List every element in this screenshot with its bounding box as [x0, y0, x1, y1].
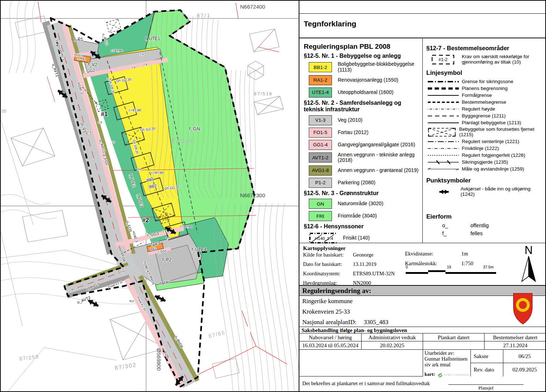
line-symbol-label: Måle og avstandslinje (1259)	[462, 167, 524, 172]
map-label: #2	[142, 217, 149, 224]
map-label: 1,4	[140, 53, 144, 56]
legend-item-label: Uteoppholdsareal (1600)	[338, 90, 419, 95]
plan-heading: Reguleringsplan PBL 2008	[304, 43, 419, 51]
map-label: f_V2	[88, 62, 97, 67]
map-label: 87/516	[254, 91, 273, 96]
legend-item: RA1-2Renovasjonsanlegg (1550)	[309, 75, 419, 85]
line-symbol-label: Bebyggelse som forutsettes fjernet (1215…	[459, 127, 543, 138]
legend-swatch: GN	[309, 199, 332, 209]
map-info-value: NN2000	[353, 280, 371, 286]
line-symbol-label: Grense for sikringssone	[462, 79, 513, 85]
case-col-value: 27.11.2024	[485, 341, 546, 350]
legend-item: AVG1-8Annen veggrunn - grøntareal (2019)	[309, 165, 419, 176]
bestemmelse-row: #1-2Krav om særskilt rekkefølge for gjen…	[431, 53, 543, 66]
hoyde-line-icon	[426, 106, 462, 112]
planid-label: Nasjonal arealplanID:	[302, 319, 357, 326]
prepared-title: siv ark mnal	[425, 362, 469, 368]
point-symbol-list: Avkjørsel - både inn og utkjøring (1242)	[426, 186, 543, 197]
map-info-row: Høydegrunnlag:NN2000	[303, 280, 395, 286]
legend-title: Tegnforklaring	[304, 20, 356, 28]
scale-bar: 01937.5m	[405, 265, 502, 277]
map-label: 1:8	[162, 230, 167, 233]
map-label: f_UTE4	[192, 247, 206, 252]
point-symbol-item: Avkjørsel - både inn og utkjøring (1242)	[426, 186, 543, 197]
eierform-label: felles	[470, 231, 483, 236]
case-col-value: 16.03.2024 til 05.05.2024	[299, 341, 362, 350]
map-info-heading: Kartopplysninger	[303, 245, 346, 251]
line-symbol-item: Bebyggelse som forutsettes fjernet (1215…	[426, 127, 543, 138]
legend-item: V1-3Veg (2010)	[309, 115, 419, 125]
line-symbol-label: Formålgrense	[462, 93, 492, 98]
eierform-list: o_offentligf_felles	[426, 223, 543, 236]
hensynssone-swatch: H140_1-4	[309, 232, 337, 244]
legend-item-label: Veg (2010)	[338, 117, 419, 123]
map-label: c+97,80	[180, 224, 192, 228]
line-symbol-item: Planens begrensning	[426, 86, 543, 91]
legend-panel: Tegnforklaring Reguleringsplan PBL 2008 …	[299, 1, 545, 391]
line-symbol-label: Sikringsgjerde (1235)	[462, 160, 508, 165]
case-empty-cell	[299, 350, 423, 376]
map-label: f_UTE1	[145, 36, 160, 41]
svg-text:0: 0	[406, 265, 408, 269]
legend-item-label: Boligbebyggelse-blokkbebyggelse (1113)	[338, 61, 419, 73]
map-label: 87/1	[197, 13, 211, 18]
case-col-value	[423, 341, 485, 350]
title-block: Ringerike kommune Krokenveien 25-33 Nasj…	[299, 296, 545, 327]
map-label: R12	[129, 300, 134, 302]
map-label: c+97,80	[151, 171, 163, 175]
street: Krokenveien 25-33	[302, 308, 350, 315]
map-label: 87/65	[208, 329, 226, 339]
map-info-value: Geonorge	[353, 252, 374, 258]
legend-title-row: Tegnforklaring	[299, 14, 545, 38]
map-label: f_P1	[74, 37, 83, 42]
map-label: R12	[118, 270, 123, 272]
map-label: f_GN	[189, 126, 200, 132]
map-credit-label: kart:	[425, 372, 435, 377]
section-heading: §12-5. Nr. 3 - Grønnstruktur	[304, 190, 419, 197]
legend-item-label: Gangveg/gangareal/gågate (2016)	[338, 142, 419, 148]
legend-sections: §12-5. Nr. 1 - Bebyggelse og anleggBB1-2…	[304, 53, 419, 244]
legend-item-label: Parkering (2080)	[338, 180, 419, 186]
bestemmelse-label: Krav om særskilt rekkefølge for gjennomf…	[462, 54, 538, 65]
zoning-map-canvas: N6672400N6672300Ø56980087/187/51687/4048…	[1, 1, 299, 391]
map-label: c+97,80	[129, 108, 141, 112]
svg-text:H140_1-4: H140_1-4	[315, 236, 333, 241]
ekvidistanse-row: Ekvidistanse: 1m	[405, 251, 468, 257]
map-info-row: Koordinatsystem:ETRS89.UTM-32N	[303, 271, 395, 277]
map-label: N6672300	[240, 192, 265, 198]
line-symbol-item: Planlagt bebyggelse (1213)	[426, 120, 543, 126]
map-info-label: Kilde for basiskart:	[303, 252, 348, 258]
formal-line-icon	[426, 92, 462, 98]
legend-swatch: BB1-2	[309, 62, 332, 72]
planid-row: Nasjonal arealplanID: 3305_483	[302, 319, 388, 326]
map-info-box: Kartopplysninger Kilde for basiskart:Geo…	[299, 243, 545, 286]
map-label: c+97,80	[111, 48, 123, 52]
legend-swatch: FO1-5	[309, 128, 332, 138]
line-symbol-item: Grense for sikringssone	[426, 79, 543, 85]
section-heading: §12-5. Nr. 1 - Bebyggelse og anlegg	[304, 53, 419, 59]
map-label: o_AVT2	[76, 295, 91, 305]
legend-item: FRIFriområde (3040)	[309, 211, 419, 221]
legend-swatch: AVT1-2	[309, 152, 332, 163]
eierform-item: o_offentlig	[442, 223, 543, 228]
line-symbol-label: Frisiktlinje (1222)	[462, 146, 499, 151]
frisikt-line-icon	[426, 146, 462, 151]
legend-item-label: Annen veggrunn - grøntareal (2019)	[338, 168, 419, 173]
gjerde-line-icon	[426, 159, 462, 165]
legend-body: Reguleringsplan PBL 2008 §12-5. Nr. 1 - …	[299, 38, 545, 243]
eierform-symbol: f_	[442, 231, 470, 236]
legend-swatch: V1-3	[309, 115, 332, 125]
svg-text:19: 19	[447, 265, 451, 269]
map-label: 87/404	[171, 138, 193, 144]
map-info-row: Kilde for basiskart:Geonorge	[303, 252, 395, 258]
line-symbol-item: Frisiktlinje (1222)	[426, 146, 543, 151]
signature-label: Plansjef	[448, 385, 524, 391]
revdato-label-cell: Rev. dato	[471, 363, 503, 376]
line-symbol-item: Byggegrense (1211)	[426, 113, 543, 119]
legend-right-column: §12-7 - Bestemmelseområder #1-2Krav om s…	[423, 38, 545, 243]
map-label: f_P2	[162, 257, 171, 262]
lyng-landskap-logo: LYNG LANDSKAP	[436, 371, 469, 378]
legend-item-label: Frisikt (140)	[343, 235, 419, 241]
legend-item-label: Annen veggrunn - tekniske anlegg (2018)	[338, 152, 419, 163]
map-credit-row: kart: LYNG LANDSKAP	[425, 371, 469, 378]
